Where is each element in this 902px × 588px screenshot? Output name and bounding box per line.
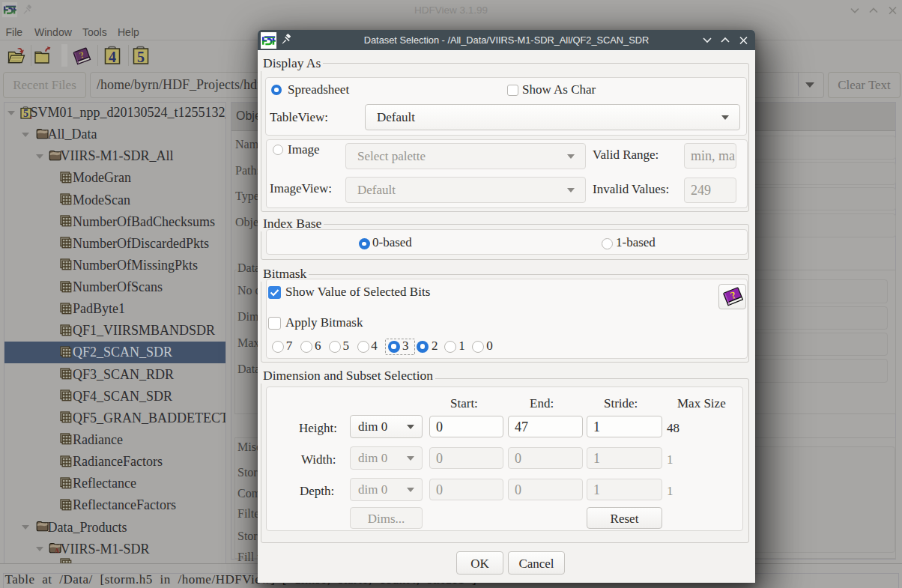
svg-text:5: 5: [23, 108, 28, 119]
svg-text:4: 4: [109, 49, 116, 65]
svg-text:5: 5: [137, 49, 145, 65]
